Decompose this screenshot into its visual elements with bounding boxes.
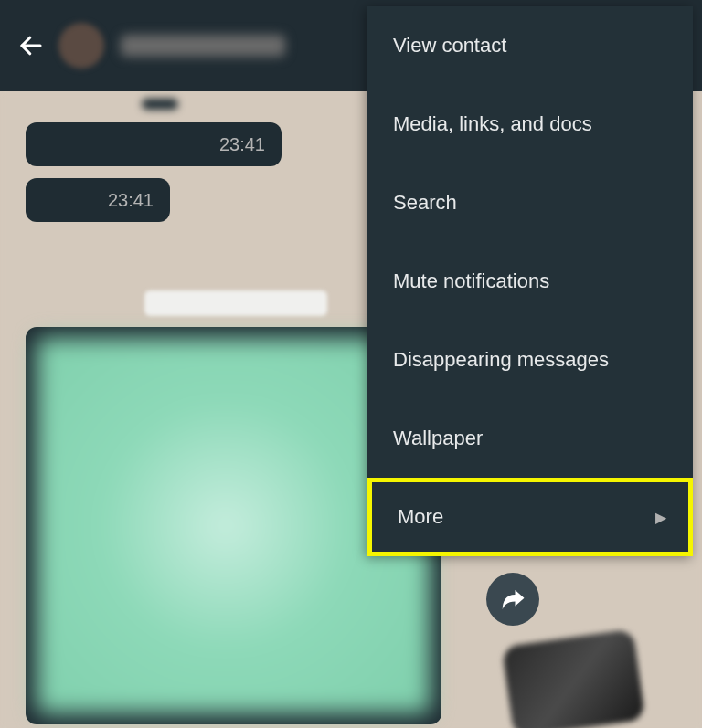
menu-item-disappearing[interactable]: Disappearing messages bbox=[367, 321, 693, 399]
menu-item-label: Wallpaper bbox=[393, 427, 483, 450]
menu-item-more[interactable]: More ▶ bbox=[367, 478, 693, 556]
menu-item-label: Media, links, and docs bbox=[393, 112, 592, 136]
message-time: 23:41 bbox=[219, 134, 265, 155]
forward-button[interactable] bbox=[486, 573, 539, 626]
menu-item-label: View contact bbox=[393, 34, 506, 58]
menu-item-search[interactable]: Search bbox=[367, 164, 693, 242]
menu-item-view-contact[interactable]: View contact bbox=[367, 6, 693, 85]
menu-item-label: Mute notifications bbox=[393, 269, 549, 293]
message-bubble[interactable]: 23:41 bbox=[26, 178, 170, 222]
date-pill bbox=[142, 99, 178, 110]
date-divider bbox=[144, 290, 327, 316]
back-arrow-icon[interactable] bbox=[16, 31, 46, 60]
menu-item-wallpaper[interactable]: Wallpaper bbox=[367, 399, 693, 478]
chevron-right-icon: ▶ bbox=[655, 509, 666, 526]
image-thumbnail[interactable] bbox=[502, 628, 646, 728]
contact-name[interactable] bbox=[121, 35, 285, 57]
menu-item-label: Search bbox=[393, 191, 457, 215]
message-time: 23:41 bbox=[108, 190, 154, 211]
forward-icon bbox=[499, 586, 526, 613]
menu-item-mute[interactable]: Mute notifications bbox=[367, 242, 693, 321]
overflow-menu: View contact Media, links, and docs Sear… bbox=[367, 6, 693, 556]
menu-item-label: Disappearing messages bbox=[393, 348, 609, 372]
message-bubble[interactable]: 23:41 bbox=[26, 122, 282, 166]
menu-item-media[interactable]: Media, links, and docs bbox=[367, 85, 693, 164]
menu-item-label: More bbox=[398, 505, 443, 529]
contact-avatar[interactable] bbox=[58, 23, 104, 69]
